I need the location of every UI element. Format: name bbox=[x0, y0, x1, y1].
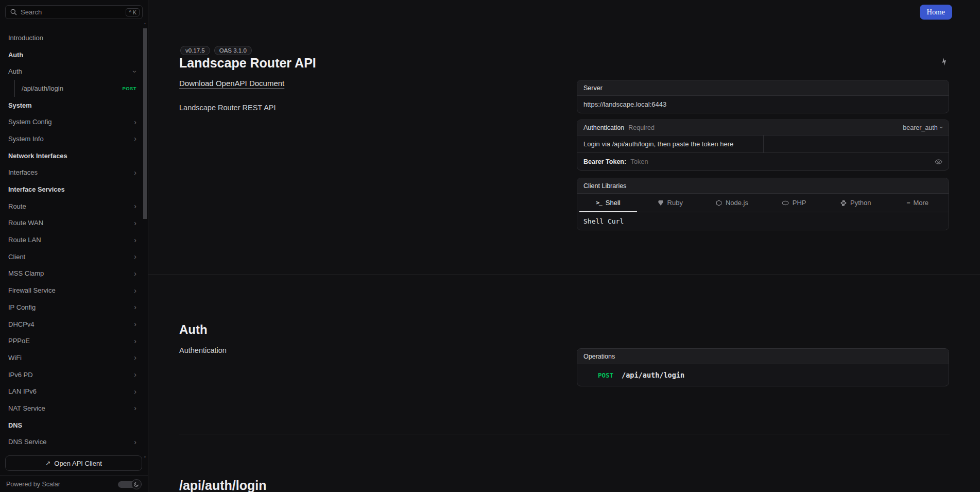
sidebar-item-nat-service[interactable]: NAT Service› bbox=[5, 400, 139, 417]
api-description: Landscape Router REST API bbox=[179, 104, 276, 112]
more-icon: ⋯ bbox=[907, 199, 910, 206]
scrollbar-thumb[interactable] bbox=[143, 28, 147, 219]
download-openapi-link[interactable]: Download OpenAPI Document bbox=[179, 79, 284, 88]
sidebar-item-dns-service[interactable]: DNS Service› bbox=[5, 434, 139, 451]
chevron-right-icon: › bbox=[134, 404, 136, 412]
operation-path: /api/auth/login bbox=[622, 371, 684, 379]
sidebar-item-ip-config[interactable]: IP Config› bbox=[5, 299, 139, 316]
sidebar-item-firewall-service[interactable]: Firewall Service› bbox=[5, 282, 139, 299]
sidebar-item-system-config[interactable]: System Config› bbox=[5, 113, 139, 130]
sidebar-item-interfaces[interactable]: Interfaces› bbox=[5, 164, 139, 181]
php-icon bbox=[782, 200, 789, 206]
client-lib-tab-python[interactable]: Python bbox=[825, 194, 887, 212]
operations-list: POST/api/auth/login bbox=[577, 364, 949, 386]
sidebar-item-label: Firewall Service bbox=[8, 286, 56, 294]
sidebar-item-label: PPPoE bbox=[8, 337, 30, 345]
lightning-icon[interactable] bbox=[940, 57, 949, 68]
sidebar-section-auth: Auth bbox=[5, 46, 139, 63]
sidebar-item-api-auth-login[interactable]: /api/auth/loginPOST bbox=[14, 80, 139, 97]
sidebar-footer: ↗ Open API Client Powered by Scalar bbox=[0, 453, 148, 492]
sidebar-item-client[interactable]: Client› bbox=[5, 248, 139, 265]
client-lib-tab-php[interactable]: PHP bbox=[763, 194, 825, 212]
auth-hint-empty-cell bbox=[763, 135, 949, 152]
chevron-down-icon: › bbox=[937, 126, 945, 128]
arrow-up-right-icon: ↗ bbox=[45, 460, 50, 467]
chevron-right-icon: › bbox=[134, 219, 136, 227]
sidebar-item-introduction[interactable]: Introduction bbox=[5, 29, 139, 46]
bearer-token-input[interactable]: Token bbox=[630, 158, 935, 165]
client-lib-tab-label: Ruby bbox=[667, 199, 683, 207]
python-icon bbox=[840, 200, 847, 206]
client-library-tabs: >_ShellRubyNode.jsPHPPython⋯More bbox=[577, 194, 949, 212]
sidebar-item-dhcpv4[interactable]: DHCPv4› bbox=[5, 316, 139, 333]
scroll-up-arrow-icon[interactable]: ▲ bbox=[143, 22, 147, 25]
moon-icon bbox=[131, 479, 142, 489]
sidebar-item-label: System bbox=[8, 101, 32, 109]
sidebar: Search ^ K IntroductionAuthAuth›/api/aut… bbox=[0, 0, 148, 492]
badges-row: v0.17.5 OAS 3.1.0 bbox=[180, 46, 252, 55]
sidebar-scrollbar[interactable]: ▲ ▼ bbox=[143, 22, 147, 459]
sidebar-section-dns: DNS bbox=[5, 417, 139, 434]
bearer-token-label: Bearer Token: bbox=[583, 158, 626, 165]
dark-mode-toggle[interactable] bbox=[118, 479, 142, 489]
client-lib-tab-node-js[interactable]: Node.js bbox=[701, 194, 763, 212]
authentication-card: Authentication Required bearer_auth › Lo… bbox=[577, 120, 949, 171]
sidebar-item-system-info[interactable]: System Info› bbox=[5, 130, 139, 147]
powered-by-scalar-link[interactable]: Powered by Scalar bbox=[6, 481, 60, 488]
powered-by-row: Powered by Scalar bbox=[0, 476, 148, 492]
required-label: Required bbox=[628, 124, 655, 131]
sidebar-item-wifi[interactable]: WiFi› bbox=[5, 349, 139, 366]
sidebar-item-auth[interactable]: Auth› bbox=[5, 63, 139, 80]
sidebar-item-lan-ipv6[interactable]: LAN IPv6› bbox=[5, 383, 139, 400]
chevron-right-icon: › bbox=[134, 354, 136, 361]
chevron-right-icon: › bbox=[134, 438, 136, 446]
client-lib-tab-shell[interactable]: >_Shell bbox=[577, 194, 639, 212]
eye-icon[interactable] bbox=[935, 159, 942, 165]
open-api-client-button[interactable]: ↗ Open API Client bbox=[5, 455, 142, 471]
authentication-title: Authentication bbox=[583, 124, 624, 131]
server-card: Server https://landscape.local:6443 bbox=[577, 80, 949, 113]
chevron-right-icon: › bbox=[134, 287, 136, 294]
sidebar-item-mss-clamp[interactable]: MSS Clamp› bbox=[5, 265, 139, 282]
operation-row[interactable]: POST/api/auth/login bbox=[577, 364, 949, 386]
client-lib-tab-label: PHP bbox=[793, 199, 806, 207]
client-lib-tab-more[interactable]: ⋯More bbox=[887, 194, 949, 212]
sidebar-item-label: /api/auth/login bbox=[22, 84, 63, 92]
auth-section-description: Authentication bbox=[179, 346, 227, 354]
search-shortcut-badge: ^ K bbox=[126, 8, 140, 16]
chevron-right-icon: › bbox=[134, 118, 136, 126]
client-lib-tab-ruby[interactable]: Ruby bbox=[639, 194, 701, 212]
client-libraries-header: Client Libraries bbox=[577, 178, 949, 194]
sidebar-item-label: Route WAN bbox=[8, 219, 43, 227]
sidebar-item-label: LAN IPv6 bbox=[8, 387, 37, 395]
sidebar-item-pppoe[interactable]: PPPoE› bbox=[5, 332, 139, 349]
code-snippet[interactable]: Shell Curl bbox=[577, 212, 949, 230]
search-box[interactable]: Search ^ K bbox=[5, 5, 143, 19]
chevron-right-icon: › bbox=[134, 303, 136, 311]
sidebar-item-label: MSS Clamp bbox=[8, 269, 44, 277]
nodejs-icon bbox=[716, 200, 722, 206]
chevron-right-icon: › bbox=[134, 270, 136, 277]
client-libraries-card: Client Libraries >_ShellRubyNode.jsPHPPy… bbox=[577, 178, 949, 230]
authentication-card-header: Authentication Required bearer_auth › bbox=[577, 120, 949, 135]
auth-scheme-dropdown[interactable]: bearer_auth › bbox=[903, 124, 942, 131]
sidebar-item-route[interactable]: Route› bbox=[5, 198, 139, 215]
server-url[interactable]: https://landscape.local:6443 bbox=[577, 96, 949, 113]
sidebar-item-label: Client bbox=[8, 253, 25, 261]
open-api-client-label: Open API Client bbox=[54, 460, 102, 467]
section-divider bbox=[179, 434, 950, 434]
sidebar-item-label: DNS Service bbox=[8, 438, 46, 446]
client-lib-tab-label: Shell bbox=[606, 199, 621, 207]
sidebar-item-route-wan[interactable]: Route WAN› bbox=[5, 215, 139, 232]
chevron-right-icon: › bbox=[134, 337, 136, 345]
sidebar-item-route-lan[interactable]: Route LAN› bbox=[5, 231, 139, 248]
main-content: Home v0.17.5 OAS 3.1.0 Landscape Router … bbox=[148, 0, 980, 492]
sidebar-item-label: IP Config bbox=[8, 303, 36, 311]
version-badge: v0.17.5 bbox=[180, 46, 210, 55]
sidebar-item-label: Network Interfaces bbox=[8, 152, 67, 160]
sidebar-item-label: Interface Services bbox=[8, 185, 65, 193]
sidebar-item-label: Route bbox=[8, 202, 26, 210]
home-button[interactable]: Home bbox=[920, 5, 952, 20]
operations-card: Operations POST/api/auth/login bbox=[577, 348, 949, 386]
sidebar-item-ipv6-pd[interactable]: IPv6 PD› bbox=[5, 366, 139, 383]
